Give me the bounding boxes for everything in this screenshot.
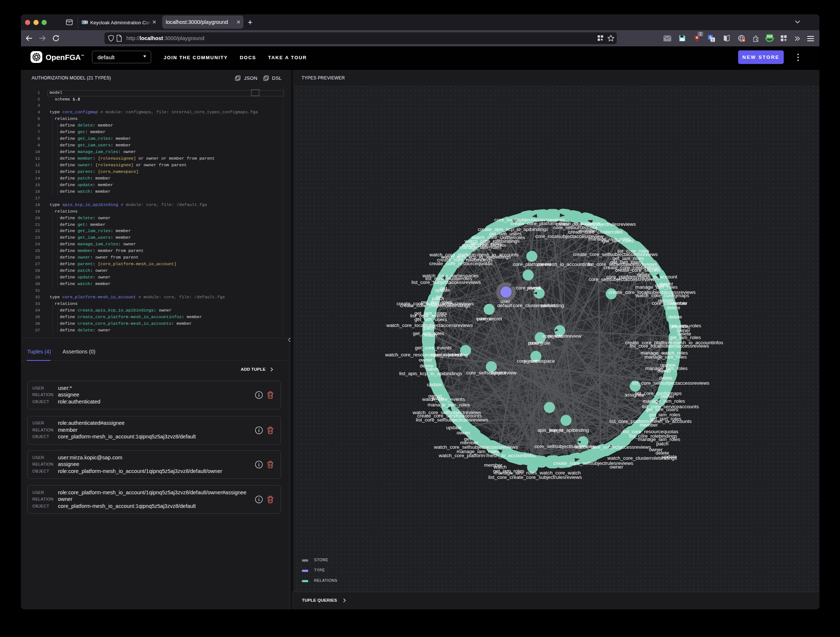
svg-text:parent: parent [541, 303, 555, 308]
svg-text:create_core_resourcequotas: create_core_resourcequotas [429, 261, 493, 266]
svg-text:watch_core_clusterrolebindings: watch_core_clusterrolebindings [607, 455, 677, 461]
svg-text:parent: parent [448, 352, 462, 357]
svg-text:get_iam_users: get_iam_users [646, 407, 679, 412]
svg-text:update: update [446, 425, 461, 430]
svg-text:parent: parent [528, 340, 543, 346]
svg-text:list_core_create_core_subjectr: list_core_create_core_subjectrulesreview… [488, 474, 582, 480]
svg-text:watch_core_events: watch_core_events [422, 397, 465, 402]
svg-text:delete: delete [669, 314, 682, 319]
svg-text:owner: owner [658, 368, 671, 374]
svg-text:core_localsubjectaccessreviews: core_localsubjectaccessreviews [494, 217, 565, 223]
svg-text:list_core_selfsubjectrulesrevi: list_core_selfsubjectrulesreviews [416, 417, 488, 423]
svg-text:update: update [435, 287, 450, 293]
svg-text:patch: patch [423, 325, 436, 330]
svg-text:delete: delete [659, 375, 673, 381]
svg-text:200: 200 [767, 34, 773, 38]
svg-text:get_core_events: get_core_events [415, 345, 452, 351]
svg-text:core_platform-mesh_io_accounti: core_platform-mesh_io_accountinfo [513, 261, 592, 267]
svg-text:list_core_subjectaccessreviews: list_core_subjectaccessreviews [412, 280, 481, 285]
svg-text:manage_iam_roles: manage_iam_roles [459, 245, 502, 250]
svg-text:watch_core_platform-mesh_io_ac: watch_core_platform-mesh_io_accountinfos [438, 453, 536, 458]
svg-text:create_core_clusterrolebinding: create_core_clusterrolebindings [400, 303, 471, 308]
svg-text:parent: parent [549, 427, 564, 433]
svg-text:owner: owner [457, 430, 471, 435]
svg-text:owner: owner [419, 357, 433, 363]
svg-text:delete: delete [667, 305, 681, 310]
svg-text:manage_iam_roles: manage_iam_roles [643, 398, 685, 404]
svg-text:owner: owner [660, 281, 673, 286]
svg-text:manage_iam_roles: manage_iam_roles [428, 402, 470, 408]
svg-text:subject: subject [490, 370, 506, 376]
svg-text:parent: parent [548, 333, 563, 339]
svg-text:parent: parent [477, 316, 491, 321]
svg-text:patch: patch [426, 366, 437, 372]
svg-text:parent: parent [537, 261, 552, 267]
svg-text:list_core_configmaps: list_core_configmaps [635, 390, 682, 396]
svg-text:watch: watch [424, 332, 437, 338]
svg-text:get_iam_users: get_iam_users [414, 317, 447, 322]
svg-text:list_core_selfsubjectaccessrev: list_core_selfsubjectaccessreviews [632, 380, 709, 386]
svg-text:member: member [639, 422, 658, 428]
svg-text:文: 文 [711, 38, 715, 41]
svg-text:owner: owner [610, 464, 624, 469]
svg-text:core_clusterrolebinding: core_clusterrolebinding [513, 303, 564, 308]
svg-text:manage_iam_roles: manage_iam_roles [645, 354, 687, 360]
svg-text:get_iam_roles: get_iam_roles [650, 416, 682, 422]
svg-text:parent: parent [524, 358, 538, 364]
svg-text:default: default [497, 303, 512, 308]
svg-text:update: update [426, 382, 442, 387]
svg-text:get_iam_roles: get_iam_roles [602, 238, 634, 243]
svg-text:list_core_localsubjectaccessre: list_core_localsubjectaccessreviews [630, 343, 709, 349]
svg-text:get_iam_roles: get_iam_roles [670, 335, 701, 340]
svg-text:patch: patch [656, 441, 668, 446]
svg-text:core_selfsubjectaccessreview: core_selfsubjectaccessreview [589, 277, 655, 282]
svg-text:parent: parent [527, 285, 542, 291]
svg-text:watch_core_subjectaccessreview: watch_core_subjectaccessreviews [575, 444, 651, 450]
